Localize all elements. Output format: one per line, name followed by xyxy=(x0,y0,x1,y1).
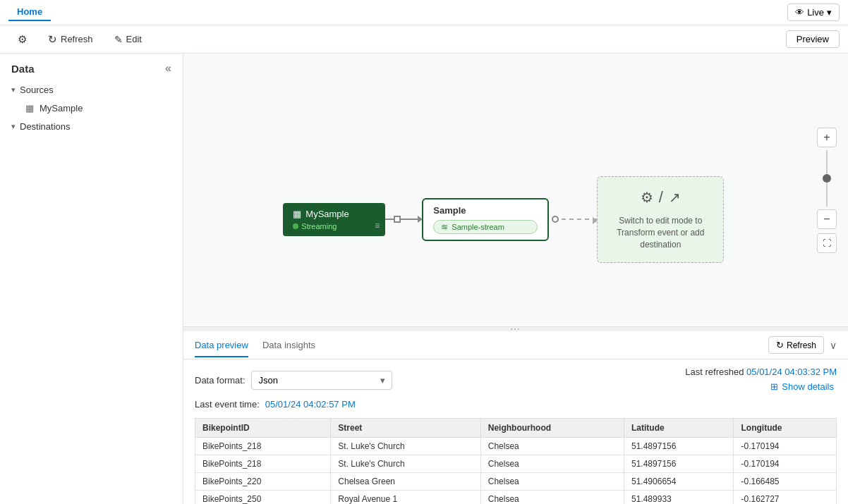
refresh-icon: ↻ xyxy=(48,33,57,46)
table-cell: 51.4897156 xyxy=(624,455,734,473)
zoom-out-button[interactable]: − xyxy=(817,209,837,229)
gear-button[interactable]: ⚙ xyxy=(8,29,36,50)
sidebar: Data « Sources ▦ MySample Destinations xyxy=(0,54,183,504)
preview-button[interactable]: Preview xyxy=(786,30,840,48)
col-header-latitude: Latitude xyxy=(624,419,734,438)
zoom-handle xyxy=(823,174,831,183)
data-preview-content: Data format: Json Last refreshed 05/01/2… xyxy=(183,359,848,504)
table-cell: 51.4906654 xyxy=(624,473,734,491)
chevron-right-icon xyxy=(11,122,16,131)
tab-data-preview[interactable]: Data preview xyxy=(195,334,248,357)
node-sample-title: Sample xyxy=(433,205,538,216)
tab-home[interactable]: Home xyxy=(8,4,51,21)
flow-container: ▦ MySample Streaming ≡ xyxy=(283,176,724,262)
bottom-tabs-left: Data preview Data insights xyxy=(195,334,315,357)
data-table: BikepointID Street Neighbourhood Latitud… xyxy=(195,418,837,504)
sample-stream-label: Sample-stream xyxy=(452,223,504,231)
node-action[interactable]: ⚙ / ↗ Switch to edit mode to Transform e… xyxy=(597,176,724,262)
status-dot xyxy=(293,223,298,229)
toolbar: ⚙ ↻ Refresh ✎ Edit Preview xyxy=(0,25,848,54)
connector-1 xyxy=(385,216,422,223)
tab-data-insights[interactable]: Data insights xyxy=(262,334,315,357)
bar-chart-icon: ▦ xyxy=(25,103,34,113)
refresh-button[interactable]: ↻ Refresh xyxy=(39,29,102,50)
node-action-text: Switch to edit mode to Transform event o… xyxy=(612,215,709,250)
connector-dot-1 xyxy=(394,216,401,223)
show-details-button[interactable]: ⊞ Show details xyxy=(768,380,837,393)
connector-arrow-1 xyxy=(418,216,423,223)
edit-label: Edit xyxy=(126,34,142,44)
zoom-slider[interactable] xyxy=(826,150,828,207)
node-mysample[interactable]: ▦ MySample Streaming ≡ xyxy=(283,203,385,236)
canvas-area: ▦ MySample Streaming ≡ xyxy=(183,54,848,504)
title-bar: Home 👁 Live xyxy=(0,0,848,25)
node-sample[interactable]: Sample ≋ Sample-stream xyxy=(422,198,549,241)
last-event-row: Last event time: 05/01/24 04:02:57 PM xyxy=(195,399,837,410)
table-row: BikePoints_218St. Luke's ChurchChelsea51… xyxy=(195,438,837,455)
table-row: BikePoints_250Royal Avenue 1Chelsea51.48… xyxy=(195,491,837,505)
last-refreshed-label: Last refreshed xyxy=(685,367,744,377)
table-cell: St. Luke's Church xyxy=(331,438,480,455)
table-scrollbar[interactable]: BikepointID Street Neighbourhood Latitud… xyxy=(195,415,837,504)
table-cell: 51.489933 xyxy=(624,491,734,505)
sidebar-collapse-button[interactable]: « xyxy=(165,62,171,75)
table-cell: -0.170194 xyxy=(734,438,837,455)
streaming-label: Streaming xyxy=(301,222,337,231)
node-mysample-title-row: ▦ MySample xyxy=(293,209,375,219)
table-cell: Chelsea xyxy=(480,491,624,505)
connector-line-2 xyxy=(401,219,422,220)
format-label: Data format: xyxy=(195,375,246,386)
table-cell: Royal Avenue 1 xyxy=(331,491,480,505)
refresh-tab-label: Refresh xyxy=(787,340,816,350)
export-icon: ↗ xyxy=(669,189,681,206)
bar-chart-node-icon: ▦ xyxy=(293,209,301,219)
sidebar-title: Data xyxy=(11,63,35,75)
bottom-tab-actions: ↻ Refresh ∨ xyxy=(768,336,837,354)
table-row: BikePoints_220Chelsea GreenChelsea51.490… xyxy=(195,473,837,491)
table-cell: Chelsea xyxy=(480,455,624,473)
expand-button[interactable]: ∨ xyxy=(830,340,837,351)
node-mysample-label: MySample xyxy=(305,209,349,219)
col-header-street: Street xyxy=(331,419,480,438)
toolbar-left: ⚙ ↻ Refresh ✎ Edit xyxy=(8,29,151,50)
last-refreshed-value: 05/01/24 04:03:32 PM xyxy=(746,367,837,377)
table-cell: Chelsea xyxy=(480,438,624,455)
refresh-tab-button[interactable]: ↻ Refresh xyxy=(768,336,824,354)
edit-button[interactable]: ✎ Edit xyxy=(105,30,151,49)
separator-icon: / xyxy=(659,188,663,207)
bottom-panel: Data preview Data insights ↻ Refresh ∨ D… xyxy=(183,331,848,504)
sidebar-sources-section: Sources ▦ MySample xyxy=(0,80,183,117)
zoom-in-button[interactable]: + xyxy=(817,128,837,147)
transform-icon: ⚙ xyxy=(641,189,653,206)
last-refreshed: Last refreshed 05/01/24 04:03:32 PM xyxy=(685,367,837,377)
node-sample-stream: ≋ Sample-stream xyxy=(433,220,538,234)
table-row: BikePoints_218St. Luke's ChurchChelsea51… xyxy=(195,455,837,473)
data-controls-left: Data format: Json xyxy=(195,371,392,390)
table-cell: BikePoints_220 xyxy=(195,473,331,491)
table-cell: 51.4897156 xyxy=(624,438,734,455)
table-header-row: BikepointID Street Neighbourhood Latitud… xyxy=(195,419,837,438)
sidebar-sources-header[interactable]: Sources xyxy=(6,80,177,99)
node-action-icons: ⚙ / ↗ xyxy=(612,188,709,207)
sidebar-sources-label: Sources xyxy=(20,85,54,95)
connector-arrow-2 xyxy=(593,217,598,224)
table-cell: BikePoints_218 xyxy=(195,455,331,473)
stream-icon: ≋ xyxy=(441,222,448,232)
live-button[interactable]: 👁 Live xyxy=(787,4,840,21)
show-details-label: Show details xyxy=(782,381,834,392)
zoom-controls: + − ⛶ xyxy=(817,128,837,253)
format-select-wrapper: Json xyxy=(251,371,392,390)
main-layout: Data « Sources ▦ MySample Destinations xyxy=(0,54,848,504)
sidebar-destinations-header[interactable]: Destinations xyxy=(6,117,177,136)
sidebar-item-mysample-label: MySample xyxy=(40,103,83,113)
sidebar-item-mysample[interactable]: ▦ MySample xyxy=(6,99,177,117)
eye-icon: 👁 xyxy=(795,7,804,18)
flow-canvas: ▦ MySample Streaming ≡ xyxy=(183,54,848,327)
zoom-fit-button[interactable]: ⛶ xyxy=(817,233,837,253)
table-cell: -0.166485 xyxy=(734,473,837,491)
title-bar-right: 👁 Live xyxy=(787,4,840,21)
table-cell: -0.162727 xyxy=(734,491,837,505)
format-select[interactable]: Json xyxy=(251,371,392,390)
bottom-tabs: Data preview Data insights ↻ Refresh ∨ xyxy=(183,331,848,359)
connector-2 xyxy=(549,216,597,223)
